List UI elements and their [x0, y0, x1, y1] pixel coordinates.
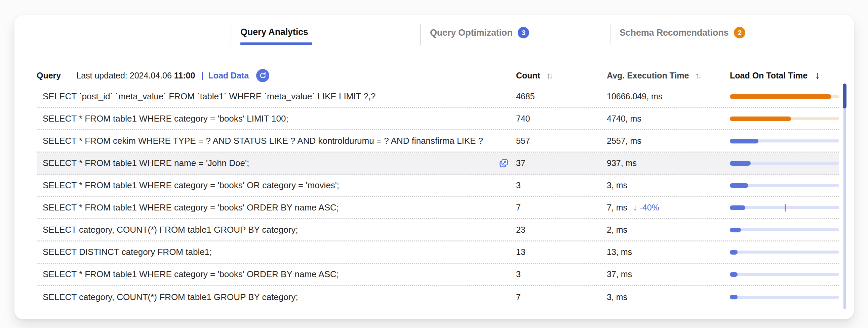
tab-label: Query Optimization — [430, 28, 512, 38]
load-bar — [730, 228, 839, 233]
query-text: SELECT * FROM table1 WHERE category = 'b… — [43, 202, 339, 213]
tab-schema-recomendations[interactable]: Schema Recomendations 2 — [610, 24, 799, 45]
count-value: 3 — [516, 181, 607, 190]
active-tab-underline — [240, 43, 312, 45]
load-bar-fill — [730, 250, 738, 254]
load-bar-fill — [730, 161, 751, 166]
table-row[interactable]: SELECT DISTINCT category FROM table1; 13… — [37, 242, 839, 264]
column-header-count[interactable]: Count ↑↓ — [516, 71, 607, 81]
toolbar: Query Last updated: 2024.04.06 11:00 | L… — [37, 69, 516, 82]
query-text: SELECT * FROM cekim WHERE TYPE = ? AND S… — [43, 136, 483, 146]
sort-icon[interactable]: ↑↓ — [546, 71, 552, 81]
refresh-button[interactable] — [256, 69, 269, 82]
query-column-label: Query — [37, 71, 61, 81]
load-bar-marker — [785, 204, 786, 212]
query-text: SELECT * FROM table1 WHERE name = 'John … — [43, 158, 249, 168]
load-bar-track — [730, 250, 839, 253]
table-row[interactable]: SELECT * FROM table1 WHERE category = 'b… — [37, 264, 839, 286]
tab-bar: Query Analytics Query Optimization 3 Sch… — [230, 24, 799, 45]
query-text: SELECT category, COUNT(*) FROM table1 GR… — [43, 225, 298, 235]
tab-badge: 2 — [734, 27, 745, 38]
table-row[interactable]: SELECT * FROM table1 WHERE category = 'b… — [37, 197, 839, 219]
table-row[interactable]: SELECT category, COUNT(*) FROM table1 GR… — [37, 286, 839, 308]
sort-icon[interactable]: ↑↓ — [695, 71, 701, 81]
load-bar-fill — [730, 94, 831, 99]
query-table: SELECT `post_id` `meta_value` FROM `tabl… — [37, 86, 839, 308]
load-bar — [730, 272, 839, 277]
time-delta: ↓ -40% — [631, 203, 659, 212]
load-bar — [730, 116, 839, 121]
tab-query-analytics[interactable]: Query Analytics — [230, 24, 420, 45]
table-row[interactable]: SELECT * FROM table1 WHERE name = 'John … — [37, 153, 839, 175]
count-value: 7 — [516, 292, 607, 302]
column-header-load-on-total-time[interactable]: Load On Total Time ↓ — [730, 70, 839, 82]
table-row[interactable]: SELECT `post_id` `meta_value` FROM `tabl… — [37, 86, 839, 108]
load-bar-track — [730, 296, 839, 299]
table-row[interactable]: SELECT category, COUNT(*) FROM table1 GR… — [37, 219, 839, 242]
avg-time-value: 7, ms — [607, 203, 627, 212]
avg-time-value: 13, ms — [607, 247, 632, 256]
avg-time-value: 37, ms — [607, 269, 632, 279]
load-bar-track — [730, 228, 839, 231]
load-bar-fill — [730, 228, 741, 233]
count-value: 3 — [516, 269, 607, 279]
load-bar — [730, 206, 839, 210]
avg-time-value: 10666.049, ms — [607, 91, 662, 101]
load-bar — [730, 250, 839, 254]
query-text: SELECT * FROM table1 WHERE category = 'b… — [43, 269, 339, 279]
avg-time-value: 2, ms — [607, 225, 627, 235]
tab-label: Query Analytics — [240, 27, 308, 37]
table-header: Query Last updated: 2024.04.06 11:00 | L… — [37, 68, 839, 83]
load-bar-fill — [730, 295, 738, 299]
load-bar — [730, 94, 839, 99]
query-text: SELECT `post_id` `meta_value` FROM `tabl… — [43, 91, 375, 102]
count-value: 37 — [516, 158, 607, 168]
load-bar-fill — [730, 116, 791, 121]
tab-label: Schema Recomendations — [620, 28, 728, 38]
column-header-avg-execution-time[interactable]: Avg. Execution Time ↑↓ — [607, 71, 730, 81]
table-row[interactable]: SELECT * FROM table1 WHERE category = 'b… — [37, 108, 839, 130]
tab-query-optimization[interactable]: Query Optimization 3 — [420, 24, 610, 45]
count-value: 13 — [516, 247, 607, 257]
load-bar-fill — [730, 206, 745, 210]
count-value: 7 — [516, 203, 607, 213]
load-bar — [730, 183, 839, 188]
refresh-icon — [259, 72, 267, 80]
scrollbar-track[interactable] — [843, 83, 846, 309]
avg-time-value: 3, ms — [607, 181, 627, 190]
query-text: SELECT DISTINCT category FROM table1; — [43, 247, 212, 257]
load-data-link[interactable]: Load Data — [208, 71, 249, 81]
load-bar-fill — [730, 272, 738, 277]
query-text: SELECT * FROM table1 WHERE category = 'b… — [43, 180, 339, 191]
tab-badge: 3 — [518, 27, 529, 38]
count-value: 740 — [516, 114, 607, 124]
separator: | — [201, 71, 204, 81]
count-value: 4685 — [516, 91, 607, 101]
sort-desc-active-icon[interactable]: ↓ — [815, 70, 820, 82]
load-bar — [730, 139, 839, 143]
last-updated-time: 11:00 — [174, 71, 195, 80]
scrollbar-thumb[interactable] — [843, 83, 846, 108]
table-row[interactable]: SELECT * FROM cekim WHERE TYPE = ? AND S… — [37, 130, 839, 153]
avg-time-value: 4740, ms — [607, 114, 642, 123]
load-bar — [730, 295, 839, 299]
open-query-icon[interactable] — [499, 158, 508, 168]
count-value: 23 — [516, 225, 607, 235]
table-row[interactable]: SELECT * FROM table1 WHERE category = 'b… — [37, 175, 839, 197]
avg-time-value: 3, ms — [607, 292, 627, 302]
load-bar-track — [730, 273, 839, 276]
count-value: 557 — [516, 136, 607, 146]
last-updated-text: Last updated: 2024.04.06 11:00 — [76, 71, 195, 81]
query-text: SELECT category, COUNT(*) FROM table1 GR… — [43, 292, 298, 302]
query-analytics-panel: Query Analytics Query Optimization 3 Sch… — [14, 15, 854, 319]
query-text: SELECT * FROM table1 WHERE category = 'b… — [43, 113, 288, 124]
avg-time-value: 2557, ms — [607, 136, 642, 145]
load-bar-fill — [730, 183, 748, 188]
load-bar — [730, 161, 839, 166]
load-bar-fill — [730, 139, 758, 143]
avg-time-value: 937, ms — [607, 158, 637, 168]
